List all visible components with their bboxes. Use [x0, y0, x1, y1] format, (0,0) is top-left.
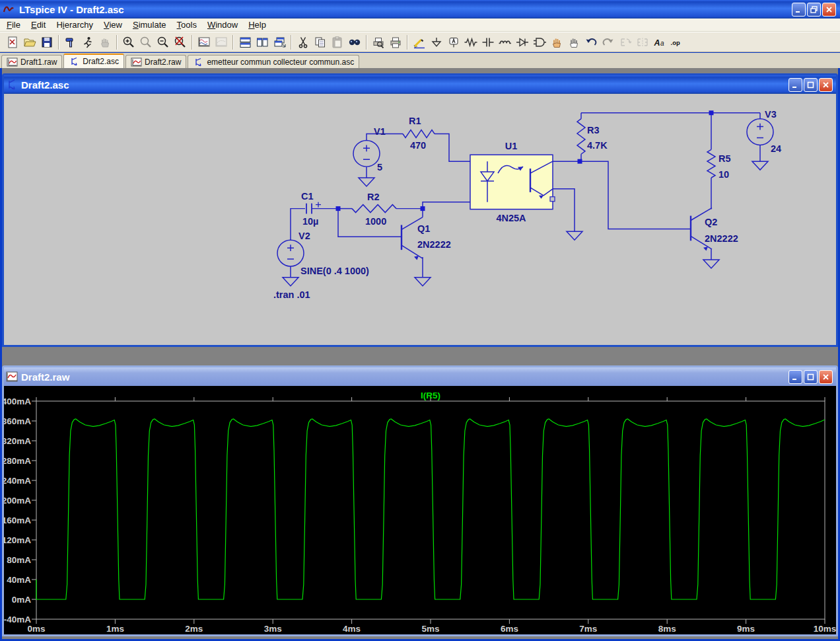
component-label[interactable]: Q1 [417, 223, 430, 234]
cascade-button[interactable] [271, 34, 288, 50]
menu-help[interactable]: Help [243, 19, 271, 30]
component-label[interactable]: R3 [587, 125, 600, 135]
schematic-minimize-button[interactable] [788, 78, 802, 92]
current-trace-IR5[interactable] [36, 419, 825, 599]
component-label[interactable]: R5 [718, 153, 731, 164]
zoom-in-button[interactable] [120, 34, 137, 50]
tab-draft2-asc[interactable]: Draft2.asc [63, 54, 124, 68]
component-label[interactable]: 470 [410, 140, 426, 151]
component-label[interactable]: 2N2222 [417, 239, 451, 250]
schematic-maximize-button[interactable] [804, 78, 818, 92]
tab-label: Draft2.asc [83, 57, 119, 66]
component-label[interactable]: R2 [367, 192, 380, 202]
tile-horizontal-icon [238, 36, 252, 49]
optocoupler-U1[interactable] [470, 155, 555, 209]
component-label[interactable]: 1000 [365, 216, 386, 227]
transistor-Q2[interactable] [691, 208, 712, 251]
component-label[interactable]: 24 [771, 143, 781, 154]
zoom-out-button[interactable] [155, 34, 172, 50]
run-button[interactable] [79, 34, 96, 50]
ground-symbol[interactable] [703, 260, 719, 268]
resistor-R5[interactable] [707, 149, 715, 178]
minimize-button[interactable] [792, 3, 806, 17]
autorange-y-button[interactable] [195, 34, 213, 50]
ground-symbol[interactable] [567, 231, 582, 240]
trace-legend[interactable]: I(R5) [421, 391, 440, 400]
schematic-close-button[interactable] [819, 78, 833, 92]
waveform-minimize-button[interactable] [788, 370, 802, 384]
control-panel-button[interactable] [62, 34, 79, 50]
menu-window[interactable]: Window [202, 19, 243, 30]
component-label[interactable]: R1 [409, 116, 421, 126]
component-label[interactable]: U1 [505, 141, 518, 151]
component-label[interactable]: 4N25A [496, 213, 526, 224]
component-label[interactable]: 4.7K [587, 140, 608, 151]
component-label[interactable]: C1 [301, 191, 314, 202]
ground-symbol[interactable] [359, 178, 374, 186]
waveform-plot-area[interactable]: 400mA360mA320mA280mA240mA200mA160mA120mA… [4, 386, 836, 634]
close-button[interactable] [822, 3, 836, 17]
voltage-source-V3[interactable] [747, 119, 773, 145]
ground-symbol[interactable] [283, 278, 298, 286]
print-preview-button[interactable] [370, 34, 387, 50]
save-button[interactable] [38, 34, 55, 50]
tab-draft1-raw[interactable]: Draft1.raw [1, 55, 62, 68]
zoom-full-extents-button[interactable] [172, 34, 189, 50]
inductor-button[interactable] [497, 34, 514, 50]
voltage-source-V1[interactable] [353, 140, 380, 167]
find-button[interactable] [346, 34, 363, 50]
restore-button[interactable] [807, 3, 821, 17]
copy-button[interactable] [312, 34, 329, 50]
component-label[interactable]: 10µ [302, 216, 318, 227]
component-label[interactable]: V2 [298, 231, 310, 241]
waveform-maximize-button[interactable] [804, 370, 818, 384]
component-label[interactable]: SINE(0 .4 1000) [300, 266, 369, 276]
capacitor-button[interactable] [479, 34, 497, 50]
menu-tools[interactable]: Tools [172, 19, 202, 30]
resistor-R2[interactable] [352, 205, 396, 213]
wire-button[interactable] [411, 34, 428, 50]
menu-hierarchy[interactable]: Hierarchy [51, 19, 98, 30]
resistor-button[interactable] [462, 34, 479, 50]
undo-button[interactable] [582, 34, 600, 50]
tab-draft2-raw[interactable]: Draft2.raw [125, 55, 186, 68]
capacitor-C1[interactable] [306, 202, 321, 214]
menu-simulate[interactable]: Simulate [127, 19, 172, 30]
tab-emetteur-commun-collecteur-commun-asc[interactable]: emetteur commun collecteur commun.asc [188, 55, 359, 68]
move-button[interactable] [548, 34, 565, 50]
cut-button[interactable] [295, 34, 312, 50]
component-label[interactable]: 5 [377, 162, 382, 172]
open-file-button[interactable] [21, 34, 38, 50]
schematic-canvas[interactable]: V1R14705U14N25AC110µV2SINE(0 .4 1000)R21… [4, 94, 836, 345]
component-label[interactable]: V3 [765, 109, 777, 120]
component-label[interactable]: Q2 [705, 217, 717, 227]
component-label[interactable]: 2N2222 [705, 233, 738, 244]
diode-button[interactable] [514, 34, 531, 50]
menu-file[interactable]: File [1, 19, 26, 30]
resistor-R3[interactable] [577, 119, 585, 155]
component-label[interactable]: .tran .01 [273, 289, 310, 300]
drag-button[interactable] [565, 34, 582, 50]
menu-view[interactable]: View [98, 19, 127, 30]
print-preview-icon [371, 36, 386, 49]
component-label[interactable]: 10 [718, 169, 729, 180]
new-schematic-button[interactable] [4, 34, 21, 50]
waveform-close-button[interactable] [819, 370, 833, 384]
menu-edit[interactable]: Edit [26, 19, 51, 30]
resistor-R1[interactable] [403, 130, 435, 138]
ground-symbol[interactable] [752, 161, 768, 170]
spice-directive-button[interactable]: .op [668, 34, 685, 50]
component-button[interactable] [531, 34, 548, 50]
tile-horizontal-button[interactable] [236, 34, 254, 50]
print-button[interactable] [387, 34, 404, 50]
schematic-window-title-bar[interactable]: Draft2.asc [4, 75, 836, 94]
main-title-bar[interactable]: LTspice IV - Draft2.asc [0, 0, 840, 19]
component-label[interactable]: V1 [374, 127, 386, 137]
net-label-button[interactable] [445, 34, 462, 50]
text-button[interactable]: Aa [651, 34, 668, 50]
voltage-source-V2[interactable] [277, 240, 304, 266]
ground-button[interactable] [428, 34, 445, 50]
tile-vertical-button[interactable] [254, 34, 271, 50]
waveform-window-title-bar[interactable]: Draft2.raw [4, 367, 836, 386]
ground-symbol[interactable] [415, 278, 431, 286]
